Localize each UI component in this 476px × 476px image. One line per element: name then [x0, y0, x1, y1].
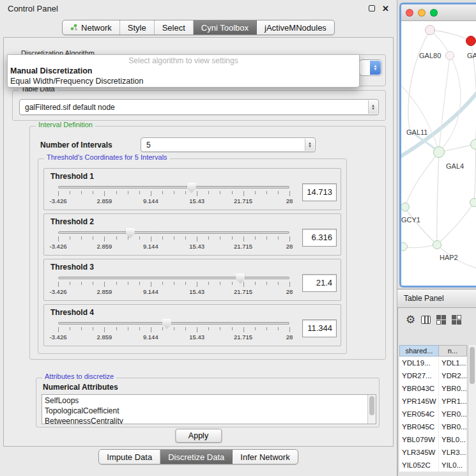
tab-network[interactable]: Network: [63, 20, 120, 35]
tab-style[interactable]: Style: [120, 20, 155, 35]
threshold-slider[interactable]: -3.4262.8599.14415.4321.71528: [50, 319, 297, 343]
columns-icon[interactable]: [421, 316, 431, 324]
network-node-label: GAL4: [446, 162, 464, 170]
slider-tick-label: 9.144: [143, 334, 158, 341]
network-view-window[interactable]: GAL80GAGAL11GAL4GCY1HAP2: [399, 3, 476, 288]
slider-tick: [255, 236, 256, 240]
list-item[interactable]: TopologicalCoefficient: [45, 406, 367, 416]
threshold-panel: Threshold 2 -3.4262.8599.14415.4321.7152…: [43, 213, 341, 256]
tab-infer-network[interactable]: Infer Network: [233, 450, 297, 464]
table-data-select[interactable]: galFiltered.sif default node ▲ ▼: [19, 99, 379, 115]
select-columns-icon[interactable]: [436, 315, 446, 325]
table-row[interactable]: YPR145WYPR1...: [399, 395, 467, 408]
threshold-slider[interactable]: -3.4262.8599.14415.4321.71528: [50, 183, 297, 207]
slider-tick-label: 9.144: [143, 243, 158, 250]
threshold-value-input[interactable]: 14.713: [302, 183, 337, 201]
tab-label: Impute Data: [107, 452, 152, 462]
network-canvas[interactable]: GAL80GAGAL11GAL4GCY1HAP2: [401, 21, 476, 288]
apply-button[interactable]: Apply: [175, 429, 222, 443]
table-cell: YER054C: [399, 408, 439, 420]
select-rows-icon[interactable]: [452, 315, 461, 325]
table-row[interactable]: YLR345WYLR3...: [399, 446, 467, 459]
slider-tick: [220, 327, 220, 330]
slider-tick-labels: -3.4262.8599.14415.4321.71528: [58, 288, 289, 296]
dropdown-item-equal-width-frequency[interactable]: Equal Width/Frequency Discretization: [8, 76, 359, 86]
slider-track[interactable]: [58, 231, 289, 234]
slider-tick: [81, 236, 82, 240]
threshold-panel: Threshold 4 -3.4262.8599.14415.4321.7152…: [43, 304, 341, 346]
node-table: shared... n... YDL19...YDL1...YDR27...YD…: [399, 345, 467, 476]
slider-tick-label: 15.43: [189, 334, 204, 341]
tab-select[interactable]: Select: [155, 20, 194, 35]
algorithm-select-partial[interactable]: ▲ ▼: [359, 59, 382, 76]
threshold-slider[interactable]: -3.4262.8599.14415.4321.71528: [50, 228, 297, 252]
network-node[interactable]: [433, 240, 441, 249]
slider-tick: [232, 327, 233, 330]
table-row[interactable]: YBR045CYBR0...: [399, 420, 467, 433]
list-item[interactable]: SelfLoops: [45, 395, 367, 406]
slider-tick-label: -3.426: [50, 243, 67, 250]
table-row[interactable]: YIL052CYIL0...: [399, 459, 467, 472]
table-cell: YDL1...: [439, 357, 467, 369]
threshold-value-input[interactable]: 6.316: [302, 229, 337, 247]
slider-tick: [81, 327, 82, 330]
network-node[interactable]: [445, 51, 454, 60]
list-item[interactable]: BetweennessCentrality: [45, 416, 367, 424]
close-icon[interactable]: ✕: [382, 4, 389, 13]
table-row[interactable]: YER054CYER0...: [399, 408, 467, 420]
table-row[interactable]: YBR043CYBR0...: [399, 382, 467, 395]
network-node[interactable]: [466, 36, 476, 46]
scrollbar-thumb[interactable]: [369, 396, 374, 415]
tab-impute-data[interactable]: Impute Data: [99, 450, 160, 464]
slider-tick-label: 15.43: [189, 288, 204, 295]
table-cell: YPR145W: [399, 395, 439, 408]
table-row[interactable]: YDL19...YDL1...: [399, 357, 467, 369]
attribute-list: SelfLoopsTopologicalCoefficientBetweenne…: [42, 395, 367, 424]
table-row[interactable]: YDR27...YDR2...: [399, 369, 467, 382]
tab-discretize-data[interactable]: Discretize Data: [160, 450, 233, 464]
control-panel-titlebar: Control Panel ✕: [0, 0, 397, 17]
slider-tick: [289, 236, 290, 242]
slider-tick: [162, 282, 163, 285]
network-node[interactable]: [433, 146, 445, 158]
slider-tick: [93, 327, 93, 330]
slider-tick: [266, 236, 267, 240]
dropdown-item-manual-discretization[interactable]: Manual Discretization: [8, 66, 359, 76]
threshold-slider[interactable]: -3.4262.8599.14415.4321.71528: [50, 273, 297, 298]
table-scrollbar[interactable]: [468, 345, 476, 476]
slider-track[interactable]: [58, 322, 289, 325]
number-of-intervals-select[interactable]: 5 ▲ ▼: [141, 137, 316, 152]
column-header-shared-name[interactable]: shared...: [399, 345, 439, 357]
network-edge: [474, 144, 475, 203]
table-panel-title: Table Panel: [404, 294, 444, 303]
table-cell: YBL079W: [399, 433, 439, 446]
close-traffic-icon[interactable]: [406, 9, 413, 17]
number-of-intervals-label: Number of Intervals: [40, 141, 112, 150]
tab-jactivemnodules[interactable]: jActiveMNodules: [257, 20, 334, 35]
slider-track[interactable]: [58, 186, 289, 188]
threshold-panel: Threshold 3 -3.4262.8599.14415.4321.7152…: [43, 259, 341, 301]
slider-tick-label: 2.859: [97, 197, 112, 204]
threshold-value-input[interactable]: 21.4: [302, 274, 337, 292]
tab-cyni-toolbox[interactable]: Cyni Toolbox: [194, 20, 257, 35]
float-window-icon[interactable]: [369, 5, 375, 12]
gear-icon[interactable]: ⚙: [406, 314, 415, 325]
list-scrollbar[interactable]: [367, 395, 376, 424]
slider-tick: [185, 236, 186, 240]
network-node-label: HAP2: [440, 254, 458, 261]
slider-track[interactable]: [58, 277, 289, 279]
stepper-icon: ▲ ▼: [305, 139, 314, 151]
network-node[interactable]: [470, 139, 476, 150]
minimize-traffic-icon[interactable]: [418, 9, 426, 17]
scrollbar-thumb[interactable]: [470, 347, 475, 384]
network-node[interactable]: [425, 25, 435, 35]
bottom-tabbar-wrap: Impute DataDiscretize DataInfer Network: [0, 449, 397, 464]
column-header-name[interactable]: n...: [439, 345, 467, 357]
threshold-value-input[interactable]: 11.344: [302, 319, 337, 337]
slider-tick-label: 15.43: [189, 197, 204, 204]
slider-tick-label: 15.43: [189, 243, 204, 250]
zoom-traffic-icon[interactable]: [430, 9, 438, 17]
table-row[interactable]: YBL079WYBL0...: [399, 433, 467, 446]
table-cell: YBR0...: [439, 382, 467, 395]
network-node[interactable]: [470, 198, 476, 207]
